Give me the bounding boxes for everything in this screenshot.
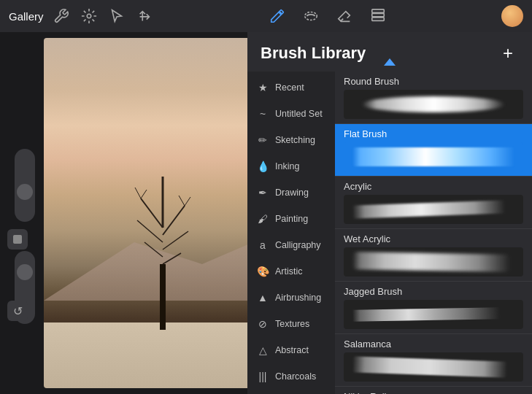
category-label-artistic: Artistic: [275, 266, 303, 277]
svg-point-1: [305, 12, 317, 20]
category-icon-painting: 🖌: [256, 212, 269, 225]
selection-tool[interactable]: [107, 6, 127, 26]
svg-line-10: [163, 231, 188, 250]
category-label-drawing: Drawing: [275, 188, 309, 198]
toolbar-left: Gallery: [9, 6, 155, 26]
brush-item-round-brush[interactable]: Round Brush: [335, 72, 532, 124]
svg-rect-3: [372, 13, 385, 17]
category-icon-untitled: ~: [256, 107, 269, 120]
category-label-sketching: Sketching: [275, 135, 315, 145]
brush-preview-flat-brush: [344, 142, 523, 171]
svg-point-0: [87, 14, 91, 18]
category-icon-charcoals: |||: [256, 370, 269, 383]
svg-rect-2: [372, 18, 385, 21]
panel-pointer: [384, 58, 396, 66]
category-item-untitled[interactable]: ~ Untitled Set: [247, 101, 335, 127]
add-brush-button[interactable]: +: [497, 42, 519, 64]
category-label-inking: Inking: [275, 161, 299, 171]
brush-preview-acrylic: [344, 195, 523, 224]
category-icon-inking: 💧: [256, 160, 269, 173]
svg-line-9: [163, 206, 185, 235]
category-label-painting: Painting: [275, 214, 308, 224]
svg-line-7: [141, 198, 163, 228]
wrench-tool[interactable]: [51, 6, 72, 26]
tree-silhouette: [134, 169, 192, 330]
svg-line-15: [185, 197, 190, 206]
toolbar-right: [501, 5, 523, 27]
brush-label-jagged-brush: Jagged Brush: [344, 286, 523, 297]
category-icon-airbrushing: ▲: [256, 291, 269, 304]
layers-tool[interactable]: [368, 6, 388, 26]
category-item-recent[interactable]: ★ Recent: [247, 74, 335, 101]
brush-size-slider[interactable]: [15, 149, 35, 222]
square-tool[interactable]: [7, 229, 28, 250]
smudge-tool[interactable]: [301, 6, 321, 26]
category-item-charcoals[interactable]: ||| Charcoals: [247, 363, 335, 390]
brush-item-flat-brush[interactable]: Flat Brush: [335, 124, 532, 177]
category-icon-calligraphy: a: [256, 239, 269, 252]
user-avatar[interactable]: [501, 5, 523, 27]
category-icon-sketching: ✏: [256, 134, 269, 147]
svg-line-12: [163, 253, 181, 264]
svg-line-11: [144, 242, 163, 257]
category-label-calligraphy: Calligraphy: [275, 240, 321, 250]
category-label-airbrushing: Airbrushing: [275, 293, 321, 303]
category-label-textures: Textures: [275, 319, 309, 329]
brush-panel: Brush Library + ★ Recent ~ Untitled Set …: [247, 32, 532, 394]
brush-label-wet-acrylic: Wet Acrylic: [344, 233, 523, 244]
category-item-sketching[interactable]: ✏ Sketching: [247, 127, 335, 153]
brush-preview-salamanca: [344, 352, 523, 382]
category-label-untitled: Untitled Set: [275, 109, 323, 119]
category-item-elements[interactable]: ◎ Elements: [247, 390, 335, 394]
svg-rect-4: [372, 9, 385, 13]
svg-line-14: [141, 190, 147, 198]
canvas-image: [44, 38, 270, 388]
transform-tool[interactable]: [134, 6, 155, 26]
brush-tool[interactable]: [267, 6, 288, 26]
category-icon-abstract: △: [256, 344, 269, 357]
brush-preview-jagged-brush: [344, 300, 523, 329]
svg-rect-17: [14, 236, 22, 244]
brush-item-wet-acrylic[interactable]: Wet Acrylic: [335, 229, 532, 282]
category-label-recent: Recent: [275, 82, 304, 93]
category-item-inking[interactable]: 💧 Inking: [247, 153, 335, 179]
category-item-calligraphy[interactable]: a Calligraphy: [247, 232, 335, 258]
brush-list: Round Brush Flat Brush Acrylic Wet Acryl…: [335, 72, 532, 394]
toolbar: Gallery: [0, 0, 532, 32]
category-icon-drawing: ✒: [256, 186, 269, 199]
brush-panel-body: ★ Recent ~ Untitled Set ✏ Sketching 💧 In…: [247, 72, 532, 394]
category-item-artistic[interactable]: 🎨 Artistic: [247, 258, 335, 285]
category-list: ★ Recent ~ Untitled Set ✏ Sketching 💧 In…: [247, 72, 335, 394]
brush-item-acrylic[interactable]: Acrylic: [335, 177, 532, 229]
category-icon-recent: ★: [256, 81, 269, 94]
category-label-charcoals: Charcoals: [275, 371, 316, 382]
adjust-tool[interactable]: [79, 6, 99, 26]
brush-panel-title: Brush Library: [261, 44, 366, 63]
category-item-airbrushing[interactable]: ▲ Airbrushing: [247, 285, 335, 311]
category-label-abstract: Abstract: [275, 345, 309, 355]
toolbar-center: [155, 6, 501, 26]
brush-label-flat-brush: Flat Brush: [344, 128, 523, 139]
category-icon-textures: ⊘: [256, 317, 269, 331]
category-item-textures[interactable]: ⊘ Textures: [247, 311, 335, 337]
category-icon-artistic: 🎨: [256, 265, 269, 278]
svg-rect-5: [160, 264, 166, 330]
gallery-button[interactable]: Gallery: [9, 10, 44, 23]
category-item-drawing[interactable]: ✒ Drawing: [247, 179, 335, 206]
brush-label-nikko-rull: Nikko Rull: [344, 391, 523, 394]
svg-line-13: [135, 188, 141, 198]
brush-item-salamanca[interactable]: Salamanca: [335, 334, 532, 387]
eraser-tool[interactable]: [334, 6, 355, 26]
brush-label-salamanca: Salamanca: [344, 339, 523, 349]
brush-item-nikko-rull[interactable]: Nikko Rull: [335, 387, 532, 394]
category-item-abstract[interactable]: △ Abstract: [247, 337, 335, 363]
brush-label-round-brush: Round Brush: [344, 76, 523, 87]
undo-button[interactable]: ↺: [7, 301, 28, 321]
svg-line-16: [179, 196, 185, 206]
brush-label-acrylic: Acrylic: [344, 181, 523, 192]
brush-preview-round-brush: [344, 90, 523, 119]
brush-preview-wet-acrylic: [344, 247, 523, 277]
brush-item-jagged-brush[interactable]: Jagged Brush: [335, 282, 532, 334]
category-item-painting[interactable]: 🖌 Painting: [247, 206, 335, 232]
